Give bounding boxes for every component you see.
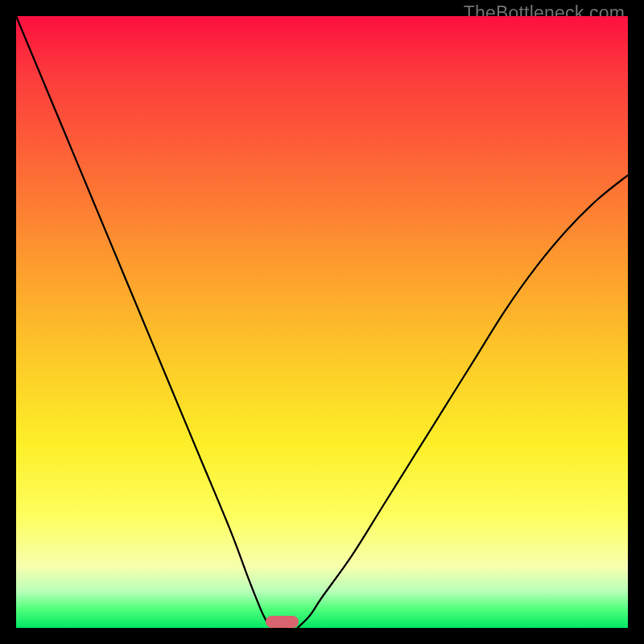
chart-frame	[16, 16, 628, 628]
curve-left-branch	[16, 16, 273, 628]
minimum-marker	[266, 616, 299, 628]
curve-right-branch	[298, 175, 628, 628]
bottleneck-curve	[16, 16, 628, 628]
